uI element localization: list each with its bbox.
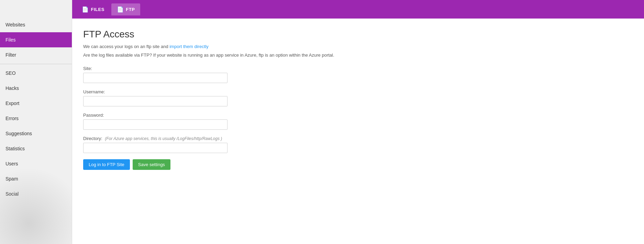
sidebar-item-label: Statistics (5, 146, 25, 151)
sidebar-item-label: Export (5, 101, 19, 106)
sidebar-item-label: Spam (5, 176, 18, 182)
sidebar-item-label: Errors (5, 116, 19, 121)
sidebar-item-suggestions[interactable]: Suggestions (0, 126, 72, 141)
sidebar-item-filter[interactable]: Filter (0, 47, 72, 62)
sidebar-item-label: Filter (5, 52, 16, 58)
sidebar-item-label: Websites (5, 22, 25, 27)
password-label: Password: (83, 113, 633, 118)
sidebar: Websites Files Filter SEO Hacks Export E… (0, 0, 72, 244)
directory-note: (For Azure app services, this is usually… (105, 136, 222, 141)
sidebar-item-label: SEO (5, 70, 16, 76)
sidebar-item-users[interactable]: Users (0, 156, 72, 171)
sidebar-item-export[interactable]: Export (0, 96, 72, 111)
sidebar-divider (0, 64, 72, 64)
site-form-group: Site: (83, 66, 633, 83)
main-content: 📄 FILES 📄 FTP FTP Access We can access y… (72, 0, 644, 244)
sidebar-item-hacks[interactable]: Hacks (0, 81, 72, 96)
sidebar-logo (0, 0, 72, 17)
tab-ftp-label: FTP (126, 7, 135, 12)
sidebar-item-label: Files (5, 37, 16, 43)
username-form-group: Username: (83, 89, 633, 106)
username-label: Username: (83, 89, 633, 94)
page-title: FTP Access (83, 29, 633, 40)
sidebar-item-statistics[interactable]: Statistics (0, 141, 72, 156)
login-ftp-button[interactable]: Log in to FTP Site (83, 159, 130, 170)
sidebar-item-label: Users (5, 161, 18, 166)
sidebar-item-spam[interactable]: Spam (0, 171, 72, 186)
tab-ftp[interactable]: 📄 FTP (111, 3, 141, 15)
content-area: FTP Access We can access your logs on an… (72, 19, 644, 244)
description-line1: We can access your logs on an ftp site a… (83, 44, 633, 49)
ftp-icon: 📄 (117, 6, 124, 13)
sidebar-item-social[interactable]: Social (0, 186, 72, 201)
save-settings-button[interactable]: Save settings (133, 159, 170, 170)
tab-files-label: FILES (91, 7, 104, 12)
sidebar-item-errors[interactable]: Errors (0, 111, 72, 126)
site-input[interactable] (83, 73, 227, 83)
password-form-group: Password: (83, 113, 633, 130)
directory-input[interactable] (83, 143, 227, 153)
file-icon: 📄 (82, 6, 89, 13)
tab-files[interactable]: 📄 FILES (76, 3, 110, 15)
sidebar-item-files[interactable]: Files (0, 32, 72, 47)
import-link[interactable]: import them directly (169, 44, 208, 49)
sidebar-item-label: Hacks (5, 85, 19, 91)
sidebar-item-label: Suggestions (5, 131, 32, 136)
password-input[interactable] (83, 119, 227, 130)
button-row: Log in to FTP Site Save settings (83, 159, 633, 170)
sidebar-item-label: Social (5, 191, 19, 197)
sidebar-item-seo[interactable]: SEO (0, 66, 72, 81)
description-text1: We can access your logs on an ftp site a… (83, 44, 169, 49)
directory-label: Directory: (For Azure app services, this… (83, 136, 633, 141)
directory-form-group: Directory: (For Azure app services, this… (83, 136, 633, 153)
site-label: Site: (83, 66, 633, 71)
username-input[interactable] (83, 96, 227, 106)
description-line2: Are the log files available via FTP? If … (83, 53, 633, 58)
tab-bar: 📄 FILES 📄 FTP (72, 0, 644, 19)
sidebar-item-websites[interactable]: Websites (0, 17, 72, 32)
